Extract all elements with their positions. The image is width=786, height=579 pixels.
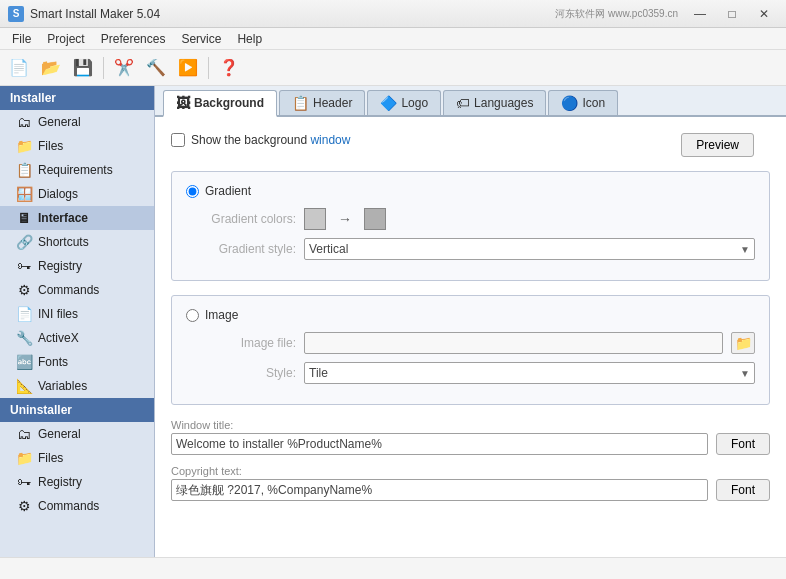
tab-background[interactable]: 🖼 Background bbox=[163, 90, 277, 117]
show-background-row: Show the background window bbox=[171, 133, 350, 147]
menu-help[interactable]: Help bbox=[229, 30, 270, 48]
image-label: Image bbox=[205, 308, 238, 322]
sidebar-item-label: Files bbox=[38, 139, 63, 153]
sidebar-item-label: ActiveX bbox=[38, 331, 79, 345]
gradient-style-value: Vertical bbox=[309, 242, 348, 256]
menu-preferences[interactable]: Preferences bbox=[93, 30, 174, 48]
sidebar-item-label: Variables bbox=[38, 379, 87, 393]
gradient-section: Gradient Gradient colors: → Gradient sty… bbox=[171, 171, 770, 281]
tab-languages-label: Languages bbox=[474, 96, 533, 110]
sidebar-item-requirements[interactable]: 📋 Requirements bbox=[0, 158, 154, 182]
show-background-checkbox[interactable] bbox=[171, 133, 185, 147]
sidebar-item-inifiles[interactable]: 📄 INI files bbox=[0, 302, 154, 326]
image-radio[interactable] bbox=[186, 309, 199, 322]
toolbar-help[interactable]: ❓ bbox=[214, 54, 244, 82]
gradient-style-select[interactable]: Vertical ▼ bbox=[304, 238, 755, 260]
tab-bar: 🖼 Background 📋 Header 🔷 Logo 🏷 Languages… bbox=[155, 86, 786, 117]
commands-uninstall-icon: ⚙ bbox=[16, 498, 32, 514]
sidebar-item-general-uninstaller[interactable]: 🗂 General bbox=[0, 422, 154, 446]
top-row: Show the background window Preview bbox=[171, 133, 770, 159]
sidebar-item-activex[interactable]: 🔧 ActiveX bbox=[0, 326, 154, 350]
logo-tab-icon: 🔷 bbox=[380, 95, 397, 111]
menu-project[interactable]: Project bbox=[39, 30, 92, 48]
icon-tab-icon: 🔵 bbox=[561, 95, 578, 111]
files-uninstall-icon: 📁 bbox=[16, 450, 32, 466]
sidebar-item-registry-installer[interactable]: 🗝 Registry bbox=[0, 254, 154, 278]
gradient-color-swatch-1[interactable] bbox=[304, 208, 326, 230]
toolbar-run[interactable]: ▶️ bbox=[173, 54, 203, 82]
sidebar-item-fonts[interactable]: 🔤 Fonts bbox=[0, 350, 154, 374]
sidebar-item-variables[interactable]: 📐 Variables bbox=[0, 374, 154, 398]
image-style-arrow-icon: ▼ bbox=[740, 368, 750, 379]
image-style-label: Style: bbox=[186, 366, 296, 380]
sidebar-item-commands-uninstaller[interactable]: ⚙ Commands bbox=[0, 494, 154, 518]
sidebar-item-dialogs[interactable]: 🪟 Dialogs bbox=[0, 182, 154, 206]
copyright-wrap: Copyright text: bbox=[171, 465, 708, 501]
tab-logo[interactable]: 🔷 Logo bbox=[367, 90, 441, 115]
sidebar-item-label: General bbox=[38, 427, 81, 441]
tab-header[interactable]: 📋 Header bbox=[279, 90, 365, 115]
sidebar-item-files-installer[interactable]: 📁 Files bbox=[0, 134, 154, 158]
tab-logo-label: Logo bbox=[401, 96, 428, 110]
image-radio-row: Image bbox=[186, 308, 755, 322]
header-tab-icon: 📋 bbox=[292, 95, 309, 111]
close-button[interactable]: ✕ bbox=[750, 4, 778, 24]
toolbar-separator-1 bbox=[103, 57, 104, 79]
sidebar-item-label: Interface bbox=[38, 211, 88, 225]
gradient-arrow-icon: → bbox=[338, 211, 352, 227]
sidebar-item-registry-uninstaller[interactable]: 🗝 Registry bbox=[0, 470, 154, 494]
window-title-wrap: Window title: bbox=[171, 419, 708, 455]
minimize-button[interactable]: — bbox=[686, 4, 714, 24]
maximize-button[interactable]: □ bbox=[718, 4, 746, 24]
toolbar-save[interactable]: 💾 bbox=[68, 54, 98, 82]
background-tab-icon: 🖼 bbox=[176, 95, 190, 111]
fonts-icon: 🔤 bbox=[16, 354, 32, 370]
preview-button[interactable]: Preview bbox=[681, 133, 754, 157]
registry-uninstall-icon: 🗝 bbox=[16, 474, 32, 490]
sidebar-item-files-uninstaller[interactable]: 📁 Files bbox=[0, 446, 154, 470]
content-area: 🖼 Background 📋 Header 🔷 Logo 🏷 Languages… bbox=[155, 86, 786, 557]
tab-icon-label: Icon bbox=[582, 96, 605, 110]
tab-icon[interactable]: 🔵 Icon bbox=[548, 90, 618, 115]
image-file-input[interactable] bbox=[304, 332, 723, 354]
toolbar-open[interactable]: 📂 bbox=[36, 54, 66, 82]
title-bar: S Smart Install Maker 5.04 河东软件网 www.pc0… bbox=[0, 0, 786, 28]
sidebar-item-label: Commands bbox=[38, 499, 99, 513]
image-style-row: Style: Tile ▼ bbox=[186, 362, 755, 384]
window-title-font-button[interactable]: Font bbox=[716, 433, 770, 455]
sidebar-item-interface[interactable]: 🖥 Interface bbox=[0, 206, 154, 230]
app-icon: S bbox=[8, 6, 24, 22]
tab-languages[interactable]: 🏷 Languages bbox=[443, 90, 546, 115]
files-icon: 📁 bbox=[16, 138, 32, 154]
image-style-value: Tile bbox=[309, 366, 328, 380]
sidebar-item-label: Dialogs bbox=[38, 187, 78, 201]
toolbar-new[interactable]: 📄 bbox=[4, 54, 34, 82]
sidebar-uninstaller-header: Uninstaller bbox=[0, 398, 154, 422]
gradient-color-swatch-2[interactable] bbox=[364, 208, 386, 230]
main-container: Installer 🗂 General 📁 Files 📋 Requiremen… bbox=[0, 86, 786, 557]
sidebar-item-label: Files bbox=[38, 451, 63, 465]
toolbar-cut[interactable]: ✂️ bbox=[109, 54, 139, 82]
window-title-input[interactable] bbox=[171, 433, 708, 455]
sidebar-item-label: Registry bbox=[38, 475, 82, 489]
tab-background-label: Background bbox=[194, 96, 264, 110]
copyright-input[interactable] bbox=[171, 479, 708, 501]
image-style-select[interactable]: Tile ▼ bbox=[304, 362, 755, 384]
watermark: 河东软件网 www.pc0359.cn bbox=[555, 7, 678, 21]
sidebar-item-shortcuts[interactable]: 🔗 Shortcuts bbox=[0, 230, 154, 254]
bottom-section: Window title: Font Copyright text: Font bbox=[171, 419, 770, 501]
window-title-row: Window title: Font bbox=[171, 419, 770, 455]
gradient-style-row: Gradient style: Vertical ▼ bbox=[186, 238, 755, 260]
sidebar-item-general-installer[interactable]: 🗂 General bbox=[0, 110, 154, 134]
sidebar-item-label: INI files bbox=[38, 307, 78, 321]
image-file-row: Image file: 📁 bbox=[186, 332, 755, 354]
image-browse-button[interactable]: 📁 bbox=[731, 332, 755, 354]
menu-file[interactable]: File bbox=[4, 30, 39, 48]
gradient-colors-row: Gradient colors: → bbox=[186, 208, 755, 230]
copyright-font-button[interactable]: Font bbox=[716, 479, 770, 501]
gradient-radio[interactable] bbox=[186, 185, 199, 198]
menu-service[interactable]: Service bbox=[173, 30, 229, 48]
sidebar-item-commands-installer[interactable]: ⚙ Commands bbox=[0, 278, 154, 302]
registry-icon: 🗝 bbox=[16, 258, 32, 274]
toolbar-build[interactable]: 🔨 bbox=[141, 54, 171, 82]
